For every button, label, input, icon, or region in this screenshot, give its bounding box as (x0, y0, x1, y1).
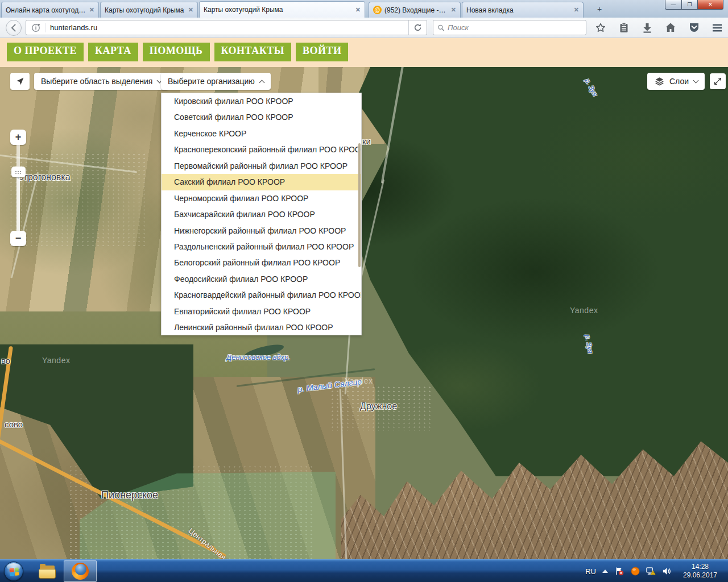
reload-icon (413, 23, 422, 32)
org-dropdown-item[interactable]: Керченское КРООР (162, 126, 361, 142)
start-button[interactable] (4, 562, 23, 581)
explorer-folder-icon (39, 564, 56, 579)
tab-5[interactable]: Новая вкладка ✕ (462, 2, 584, 18)
tab-close-icon[interactable]: ✕ (89, 6, 94, 14)
url-bar[interactable]: hunterlands.ru (26, 20, 427, 35)
tab-close-icon[interactable]: ✕ (188, 6, 193, 14)
area-select-dropdown-button[interactable]: Выберите область выделения (34, 73, 168, 90)
layers-button[interactable]: Слои (647, 73, 705, 90)
search-icon (437, 24, 445, 32)
area-select-label: Выберите область выделения (41, 77, 152, 86)
clock-time: 14:28 (678, 563, 722, 571)
map-label-partial-sovo: сово (5, 419, 23, 429)
org-dropdown-item[interactable]: Евпаторийский филиал РОО КРООР (162, 304, 361, 319)
org-dropdown-item[interactable]: Ленинский районный филиал РОО КРООР (162, 319, 361, 335)
tab-title: (952) Входящие - Почта Mai (384, 6, 448, 14)
org-dropdown-item[interactable]: Бахчисарайский филиал РОО КРООР (162, 206, 361, 222)
nav-map-button[interactable]: КАРТА (88, 43, 138, 61)
org-dropdown-item[interactable]: Раздольненский районный филиал РОО КРООР (162, 239, 361, 255)
close-button[interactable]: ✕ (698, 0, 723, 10)
clock[interactable]: 14:28 29.06.2017 (678, 563, 722, 580)
clock-date: 29.06.2017 (678, 571, 722, 580)
search-box[interactable] (433, 20, 586, 35)
org-select-label: Выберите организацию (168, 77, 255, 86)
geolocation-button[interactable] (10, 73, 30, 90)
toolbar-icons (594, 22, 723, 34)
fullscreen-icon (713, 77, 722, 86)
geolocation-arrow-icon (15, 76, 25, 86)
action-center-flag-icon[interactable] (614, 567, 624, 576)
org-dropdown-item[interactable]: Белогорский районный филиал РОО КРООР (162, 255, 361, 271)
org-dropdown-item[interactable]: Первомайский районный филиал РОО КРООР (162, 158, 361, 174)
tab-close-icon[interactable]: ✕ (355, 6, 361, 14)
map-village-texture-stroganovka (9, 152, 145, 246)
zoom-out-button[interactable]: − (10, 231, 26, 246)
screen: Онлайн карта охотугодий с кон ✕ Карты ох… (0, 0, 728, 582)
tab-1[interactable]: Онлайн карта охотугодий с кон ✕ (1, 2, 99, 18)
restore-button[interactable]: ❐ (682, 0, 698, 10)
chevron-up-icon (259, 80, 264, 86)
new-tab-button[interactable]: + (593, 5, 606, 15)
zoom-in-button[interactable]: + (10, 130, 26, 145)
language-indicator[interactable]: RU (585, 567, 596, 576)
home-icon[interactable] (664, 22, 677, 34)
taskbar-firefox-button-active[interactable] (64, 560, 97, 582)
mailru-favicon-icon: @ (373, 6, 382, 14)
org-dropdown-item[interactable]: Красноперекопский районный филиал РОО КР… (162, 142, 361, 157)
zoom-slider-track-lower[interactable] (16, 178, 20, 235)
browser-toolbar: hunterlands.ru (0, 18, 728, 38)
slider-dots-icon (15, 171, 22, 174)
back-button[interactable] (6, 20, 22, 36)
site-info-icon[interactable] (26, 23, 46, 32)
map-label-druzhnoye: Дружное (360, 401, 397, 411)
volume-icon[interactable] (662, 567, 672, 576)
dropdown-scrollbar-thumb[interactable] (358, 143, 361, 267)
org-dropdown-item[interactable]: Нижнегорский районный филиал РОО КРООР (162, 223, 361, 239)
reload-button[interactable] (408, 20, 427, 35)
tab-title: Карты охотугодий Крыма (204, 6, 352, 14)
yandex-watermark: Yandex (345, 376, 373, 385)
org-dropdown-item[interactable]: Феодосийский филиал РОО КРООР (162, 271, 361, 287)
bookmarks-clipboard-icon[interactable] (618, 22, 630, 34)
layers-icon (654, 76, 665, 86)
windows-logo-icon (9, 567, 19, 576)
nav-contacts-button[interactable]: КОНТАКТЫ (214, 43, 291, 61)
network-warning-icon[interactable] (646, 567, 656, 576)
yandex-watermark: Yandex (570, 306, 598, 315)
org-dropdown-item-highlighted[interactable]: Сакский филиал РОО КРООР (162, 174, 361, 190)
nav-about-button[interactable]: О ПРОЕКТЕ (7, 43, 84, 61)
url-text[interactable]: hunterlands.ru (46, 23, 408, 32)
tab-title: Новая вкладка (466, 6, 570, 14)
map-canvas[interactable]: Строгоновка шки во сово Пионерское Дружн… (0, 67, 728, 559)
org-dropdown-item[interactable]: Красногвардейский районный филиал РОО КР… (162, 287, 361, 303)
bookmark-star-icon[interactable] (594, 22, 607, 34)
search-input[interactable] (448, 23, 582, 32)
tab-title: Карты охотугодий Крыма (105, 6, 185, 14)
fullscreen-button[interactable] (710, 73, 726, 89)
avast-icon[interactable] (630, 567, 640, 576)
yandex-watermark: Yandex (42, 356, 70, 365)
show-hidden-icons-button[interactable] (602, 569, 608, 573)
org-dropdown-item[interactable]: Черноморский филиал РОО КРООР (162, 190, 361, 206)
layers-label: Слои (669, 77, 689, 86)
tab-close-icon[interactable]: ✕ (451, 6, 456, 14)
minimize-button[interactable]: — (665, 0, 682, 10)
org-dropdown-item[interactable]: Советский филиал РОО КРООР (162, 109, 361, 125)
org-dropdown-item[interactable]: Кировский филиал РОО КРООР (162, 93, 361, 109)
tab-close-icon[interactable]: ✕ (574, 6, 579, 14)
nav-login-button[interactable]: ВОЙТИ (296, 43, 349, 61)
menu-hamburger-icon[interactable] (711, 22, 723, 34)
downloads-icon[interactable] (641, 22, 653, 34)
nav-help-button[interactable]: ПОМОЩЬ (143, 43, 210, 61)
zoom-slider-handle[interactable] (11, 167, 26, 177)
firefox-icon (72, 563, 89, 580)
taskbar-explorer-button[interactable] (33, 561, 61, 582)
map-label-partial-vo: во (1, 356, 10, 365)
map-label-denisovskoye: Денисовское вдхр. (226, 353, 291, 361)
windows-taskbar: RU 14:28 29.06.2017 (0, 559, 728, 582)
tab-2[interactable]: Карты охотугодий Крыма ✕ (100, 2, 198, 18)
org-select-dropdown-button[interactable]: Выберите организацию (161, 73, 271, 90)
tab-4-mail[interactable]: @ (952) Входящие - Почта Mai ✕ (369, 2, 461, 18)
tab-3-active[interactable]: Карты охотугодий Крыма ✕ (199, 1, 365, 18)
pocket-icon[interactable] (688, 22, 700, 34)
